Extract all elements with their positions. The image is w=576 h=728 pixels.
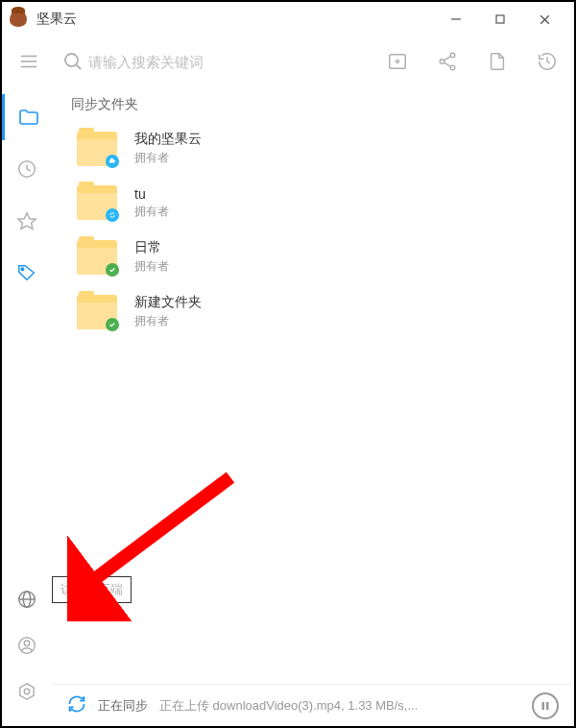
folder-icon xyxy=(77,295,117,329)
folder-item[interactable]: 新建文件夹 拥有者 xyxy=(71,294,555,329)
app-window: 坚果云 xyxy=(0,0,576,728)
app-title: 坚果云 xyxy=(36,11,77,28)
folder-item[interactable]: tu 拥有者 xyxy=(71,185,555,220)
sidebar-item-account[interactable] xyxy=(2,622,52,668)
svg-point-14 xyxy=(450,65,455,70)
svg-line-8 xyxy=(76,64,81,69)
close-button[interactable] xyxy=(522,4,566,35)
statusbar: 正在同步 正在上传 downloadVideo(3).mp4, 1.33 MB/… xyxy=(52,684,574,726)
folder-name: tu xyxy=(134,186,169,202)
history-button[interactable] xyxy=(532,46,563,77)
sidebar-item-files[interactable] xyxy=(2,94,52,140)
svg-rect-1 xyxy=(496,15,504,23)
sidebar-item-tags[interactable] xyxy=(2,250,52,296)
folder-icon xyxy=(77,132,117,166)
svg-point-28 xyxy=(24,689,30,694)
web-tooltip: 访问网页端 xyxy=(52,576,132,603)
search-input[interactable] xyxy=(88,54,359,70)
svg-rect-29 xyxy=(542,702,545,710)
share-button[interactable] xyxy=(432,46,463,77)
status-label: 正在同步 xyxy=(98,697,148,715)
section-title: 同步文件夹 xyxy=(71,96,555,113)
svg-marker-27 xyxy=(20,684,34,700)
sync-icon xyxy=(67,694,86,716)
app-icon xyxy=(10,10,29,29)
status-detail: 正在上传 downloadVideo(3).mp4, 1.33 MB/s,... xyxy=(159,697,520,715)
folder-badge-cloud-icon xyxy=(106,155,119,168)
search-icon xyxy=(58,46,88,77)
minimize-button[interactable] xyxy=(434,4,478,35)
folder-item[interactable]: 我的坚果云 拥有者 xyxy=(71,131,555,166)
folder-badge-check-icon xyxy=(106,318,119,331)
sidebar-item-settings[interactable] xyxy=(2,668,52,715)
svg-point-26 xyxy=(24,641,30,646)
svg-line-15 xyxy=(444,57,451,61)
body: 访问网页端 同步文件夹 我的坚果云 拥有者 xyxy=(2,86,574,726)
folder-badge-sync-icon xyxy=(106,208,119,222)
maximize-button[interactable] xyxy=(478,4,522,35)
menu-button[interactable] xyxy=(13,46,44,77)
sidebar-item-recent[interactable] xyxy=(2,146,52,192)
svg-point-12 xyxy=(450,53,455,58)
svg-line-18 xyxy=(547,61,550,63)
folder-icon xyxy=(77,185,117,220)
sidebar: 访问网页端 xyxy=(2,86,52,726)
folder-badge-check-icon xyxy=(106,263,119,277)
folder-subtitle: 拥有者 xyxy=(134,258,169,275)
folder-name: 日常 xyxy=(134,239,169,256)
pause-button[interactable] xyxy=(532,692,559,719)
svg-point-13 xyxy=(440,60,444,64)
titlebar: 坚果云 xyxy=(2,2,574,36)
sidebar-item-favorites[interactable] xyxy=(2,198,52,244)
folder-subtitle: 拥有者 xyxy=(134,204,169,220)
file-button[interactable] xyxy=(482,46,513,77)
folder-item[interactable]: 日常 拥有者 xyxy=(71,239,555,275)
svg-point-21 xyxy=(21,268,24,271)
sidebar-item-web[interactable]: 访问网页端 xyxy=(2,576,52,622)
folder-icon xyxy=(77,240,117,275)
folder-name: 新建文件夹 xyxy=(134,294,202,311)
folder-subtitle: 拥有者 xyxy=(134,150,202,166)
svg-line-16 xyxy=(444,62,451,66)
svg-marker-20 xyxy=(18,213,36,230)
search-wrap xyxy=(58,46,359,77)
content: 同步文件夹 我的坚果云 拥有者 tu 拥有者 日 xyxy=(52,86,574,726)
folder-subtitle: 拥有者 xyxy=(134,313,202,329)
svg-rect-30 xyxy=(546,702,549,710)
folder-list: 我的坚果云 拥有者 tu 拥有者 日常 拥有者 xyxy=(71,131,555,329)
toolbar xyxy=(2,36,574,86)
add-folder-button[interactable] xyxy=(382,46,413,77)
folder-name: 我的坚果云 xyxy=(134,131,202,148)
